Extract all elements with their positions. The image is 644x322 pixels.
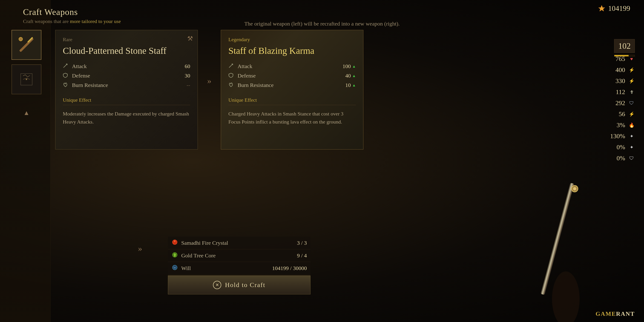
crafted-weapon-card: Legendary Staff of Blazing Karma Attack … [221,30,364,150]
inventory-slots: ▲ [12,30,42,108]
speed-value: 56 [607,110,625,118]
materials-arrow: » [138,244,142,253]
burn-value: 3% [607,122,625,129]
will-icon: W [172,264,178,272]
material-gold-tree: Gold Tree Core 9 / 4 [168,249,310,262]
original-weapon-card: Rare ⚒ Cloud-Patterned Stone Staff Attac… [55,30,198,150]
defense-icon: 🛡 [628,100,635,106]
gold-tree-icon [172,252,178,260]
will-name: Will [181,265,269,272]
health-icon: ♥ [628,56,635,62]
crafted-defense-value: 40 ▲ [345,73,356,79]
stat-attack: 112 🗡 [607,88,635,96]
material-will: W Will 104199 / 30000 [168,262,310,274]
stat-speed: 56 ⚡ [607,110,635,118]
focus-value: 330 [607,77,625,85]
page-title: Craft Weapons [23,7,630,17]
original-defense-label: Defense [72,73,182,79]
health-value: 765 [607,55,625,62]
stat-stamina: 400 ⚡ [607,66,635,74]
currency-icon [598,5,605,12]
defense-value: 292 [607,99,625,107]
bonus2-icon: 🛡 [628,155,635,162]
watermark-rant: RANT [616,310,635,317]
inventory-slot-1[interactable] [12,30,42,60]
fire-crystal-icon [172,239,178,247]
weapon-staff-icon [16,34,37,55]
material-fire-crystal: Samadhi Fire Crystal 3 / 3 [168,237,310,249]
level-value: 102 [618,41,631,51]
original-unique-text: Moderately increases the Damage executed… [63,110,190,126]
craft-button-icon: ✕ [213,281,221,289]
crafted-defense-icon [228,73,235,79]
fire-crystal-name: Samadhi Fire Crystal [181,240,294,246]
crafted-attack-label: Attack [238,63,340,70]
original-defense-icon [63,73,69,79]
burn-up-arrow: ▲ [352,83,356,88]
crafted-attack-icon [228,63,235,70]
fire-crystal-count: 3 / 3 [297,240,307,246]
materials-area: » Samadhi Fire Crystal 3 / 3 Gold Tree C… [168,237,310,294]
original-unique-header: Unique Effect [63,95,190,105]
bonus1-value: 0% [607,144,625,151]
crafted-burn-icon [228,82,235,88]
crafted-burn-value: 10 ▲ [345,82,356,88]
weapon-preview [497,161,612,322]
original-defense-row: Defense 30 [63,73,190,79]
stat-burn: 3% 🔥 [607,122,635,129]
crafted-unique-text: Charged Heavy Attacks in Smash Stance th… [228,110,356,126]
burn-icon: 🔥 [628,122,635,128]
original-stats: Attack 60 Defense 30 Burn Resistance -- [63,63,190,88]
bonus2-value: 0% [607,154,625,162]
crafted-attack-row: Attack 100 ▲ [228,63,356,70]
conversion-arrow: » [198,30,221,86]
stats-panel: 765 ♥ 400 ⚡ 330 ⚡ 112 🗡 292 🛡 56 ⚡ 3% 🔥 … [607,55,635,162]
original-rarity: Rare [63,36,190,42]
stat-defense: 292 🛡 [607,99,635,107]
original-burn-row: Burn Resistance -- [63,82,190,88]
scroll-up-arrow[interactable]: ▲ [12,109,42,116]
gamerant-watermark: GAMERANT [596,310,635,318]
crafted-unique-header: Unique Effect [228,95,356,105]
stat-crit: 130% ✦ [607,132,635,140]
defense-up-arrow: ▲ [352,74,356,78]
original-attack-value: 60 [185,63,190,70]
svg-point-3 [19,37,22,41]
stat-bonus1: 0% ✦ [607,144,635,151]
original-burn-value: -- [186,82,190,88]
watermark-game: GAME [596,310,616,317]
crit-icon: ✦ [628,133,635,140]
crafted-weapon-name: Staff of Blazing Karma [228,45,356,56]
svg-text:W: W [174,266,176,269]
stat-focus: 330 ⚡ [607,77,635,85]
craft-button[interactable]: ✕ Hold to Craft [168,276,310,294]
inventory-slot-2[interactable] [12,64,42,94]
map-item-icon [18,71,34,88]
attack-value: 112 [607,88,625,96]
original-attack-label: Attack [72,63,182,70]
stat-bonus2: 0% 🛡 [607,154,635,162]
crafted-rarity: Legendary [228,36,356,42]
gold-tree-count: 9 / 4 [297,252,307,259]
level-display: 102 [614,39,635,56]
crafted-defense-label: Defense [238,73,342,79]
gold-tree-name: Gold Tree Core [181,252,294,259]
currency-display: 104199 [598,4,630,13]
crit-value: 130% [607,132,625,140]
level-box: 102 [614,39,635,53]
craft-icon: ⚒ [187,35,193,42]
original-defense-value: 30 [185,73,190,79]
craft-button-label: Hold to Craft [225,281,265,289]
weapons-comparison: Rare ⚒ Cloud-Patterned Stone Staff Attac… [55,30,607,150]
original-attack-row: Attack 60 [63,63,190,70]
original-weapon-name: Cloud-Patterned Stone Staff [63,45,190,56]
original-burn-icon [63,82,69,88]
crafted-burn-row: Burn Resistance 10 ▲ [228,82,356,88]
weapon-preview-svg [497,161,612,322]
svg-point-10 [552,272,580,322]
stamina-value: 400 [607,66,625,74]
crafted-burn-label: Burn Resistance [238,82,342,88]
crafted-defense-row: Defense 40 ▲ [228,73,356,79]
bonus1-icon: ✦ [628,144,635,150]
svg-point-5 [26,79,27,80]
